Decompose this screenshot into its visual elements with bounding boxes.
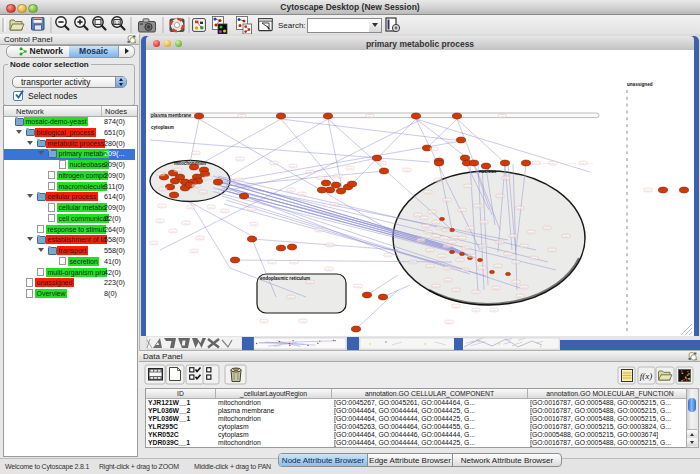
svg-text:.....: .....: [326, 268, 331, 271]
svg-text:.....: .....: [193, 185, 198, 188]
svg-text:.....: .....: [415, 214, 420, 217]
svg-text:.....: .....: [497, 241, 502, 244]
svg-text:.....: .....: [433, 221, 438, 224]
svg-text:.....: .....: [435, 179, 440, 182]
svg-text:.....: .....: [249, 208, 254, 211]
svg-text:.....: .....: [239, 115, 244, 118]
svg-text:.....: .....: [318, 177, 323, 180]
svg-text:.....: .....: [236, 179, 241, 182]
svg-text:.....: .....: [327, 244, 332, 247]
svg-text:.....: .....: [237, 158, 242, 161]
svg-text:.....: .....: [410, 261, 415, 264]
svg-text:.....: .....: [433, 235, 438, 238]
svg-text:.....: .....: [158, 173, 163, 176]
svg-text:cytoplasm: cytoplasm: [151, 125, 174, 130]
svg-text:.....: .....: [425, 231, 430, 234]
svg-text:.....: .....: [299, 193, 304, 196]
svg-text:.....: .....: [208, 206, 213, 209]
svg-text:.....: .....: [191, 250, 196, 253]
svg-text:.....: .....: [444, 245, 449, 248]
svg-text:.....: .....: [271, 162, 276, 165]
svg-text:.....: .....: [385, 254, 390, 257]
svg-text:f(x): f(x): [640, 371, 653, 381]
svg-text:.....: .....: [251, 223, 256, 226]
svg-text:.....: .....: [563, 235, 568, 238]
svg-text:.....: .....: [505, 253, 510, 256]
svg-text:.....: .....: [444, 199, 449, 202]
svg-text:.....: .....: [433, 285, 438, 288]
svg-text:.....: .....: [197, 237, 202, 240]
svg-text:.....: .....: [288, 189, 293, 192]
svg-text:.....: .....: [443, 229, 448, 232]
svg-text:.....: .....: [491, 309, 496, 312]
svg-text:.....: .....: [445, 267, 450, 270]
svg-text:.....: .....: [175, 169, 180, 172]
svg-text:.....: .....: [170, 230, 175, 233]
svg-text:.....: .....: [425, 191, 430, 194]
svg-text:.....: .....: [261, 320, 266, 323]
svg-text:.....: .....: [183, 222, 188, 225]
svg-text:.....: .....: [160, 188, 165, 191]
svg-text:.....: .....: [528, 231, 533, 234]
svg-text:1:1: 1:1: [115, 21, 120, 25]
svg-text:.....: .....: [645, 189, 650, 192]
svg-text:.......: .......: [568, 161, 576, 165]
svg-text:.....: .....: [200, 191, 205, 194]
svg-text:.....: .....: [205, 177, 210, 180]
svg-text:.....: .....: [457, 259, 462, 262]
svg-text:.....: .....: [151, 242, 156, 245]
svg-text:.....: .....: [269, 261, 274, 264]
svg-text:.....: .....: [418, 239, 423, 242]
svg-text:.....: .....: [355, 285, 360, 288]
svg-text:.. ......: .. ......: [540, 161, 551, 165]
svg-text:.....: .....: [480, 245, 485, 248]
svg-text:.....: .....: [521, 245, 526, 248]
svg-text:.....: .....: [479, 267, 484, 270]
svg-text:.....: .....: [517, 207, 522, 210]
svg-text:.....: .....: [549, 249, 554, 252]
svg-text:.....: .....: [475, 205, 480, 208]
svg-text:plasma membrane: plasma membrane: [151, 113, 192, 118]
svg-text:.....: .....: [367, 115, 372, 118]
svg-text:.....: .....: [449, 140, 454, 143]
svg-text:.....: .....: [290, 165, 295, 168]
svg-text:.....: .....: [427, 265, 432, 268]
svg-text:.....: .....: [473, 291, 478, 294]
svg-text:.....: .....: [449, 241, 454, 244]
svg-text:.....: .....: [316, 229, 321, 232]
svg-text:.....: .....: [550, 162, 555, 165]
svg-text:.....: .....: [462, 269, 467, 272]
svg-text:.....: .....: [513, 281, 518, 284]
svg-text:.....: .....: [439, 255, 444, 258]
svg-text:endoplasmic reticulum: endoplasmic reticulum: [260, 276, 310, 281]
svg-text:unassigned: unassigned: [627, 82, 653, 87]
svg-text:.....: .....: [493, 287, 498, 290]
svg-text:.....: .....: [499, 115, 504, 118]
svg-text:.....: .....: [157, 220, 162, 223]
svg-text:.....: .....: [379, 162, 384, 165]
svg-text:.....: .....: [222, 210, 227, 213]
svg-text:.....: .....: [503, 177, 508, 180]
svg-text:.....: .....: [467, 227, 472, 230]
svg-text:.....: .....: [497, 195, 502, 198]
svg-text:.....: .....: [463, 247, 468, 250]
svg-text:.....: .....: [459, 237, 464, 240]
svg-text:.....: .....: [517, 295, 522, 298]
svg-text:.....: .....: [431, 148, 436, 151]
svg-text:.....: .....: [429, 211, 434, 214]
svg-text:.....: .....: [291, 261, 296, 264]
svg-text:.....: .....: [441, 237, 446, 240]
svg-text:.....: .....: [465, 185, 470, 188]
svg-text:.....: .....: [469, 255, 474, 258]
svg-text:.....: .....: [404, 169, 409, 172]
svg-text:.....: .....: [481, 221, 486, 224]
svg-text:.....: .....: [335, 175, 340, 178]
svg-text:.....: .....: [193, 152, 198, 155]
svg-text:.....: .....: [331, 203, 336, 206]
svg-text:.....: .....: [495, 265, 500, 268]
svg-text:.....: .....: [445, 279, 450, 282]
svg-text:.....: .....: [288, 296, 293, 299]
svg-text:.....: .....: [533, 162, 538, 165]
svg-text:.....: .....: [587, 161, 593, 165]
svg-text:.....: .....: [580, 162, 585, 165]
